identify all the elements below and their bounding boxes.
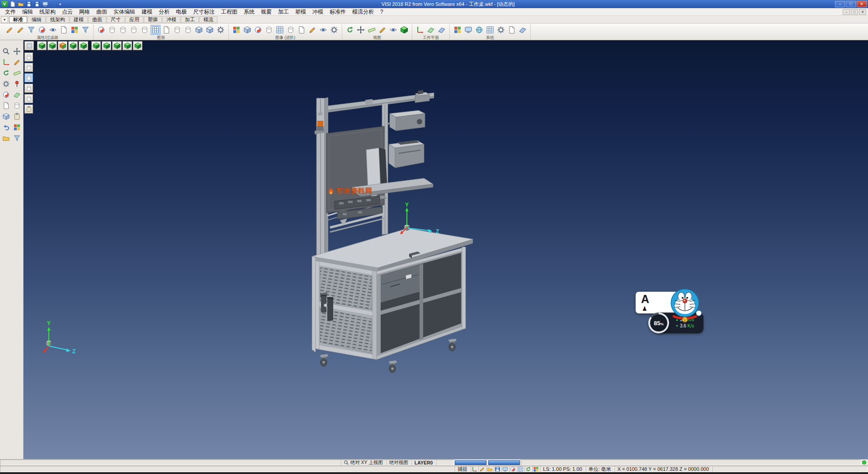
- tab-standard[interactable]: 标准: [9, 16, 27, 23]
- material-swirl-icon[interactable]: [253, 25, 263, 35]
- regen-swirl-icon[interactable]: [2, 90, 11, 99]
- system-plane-icon[interactable]: [518, 25, 528, 35]
- snap-palette-icon[interactable]: [532, 466, 540, 472]
- tab-molding[interactable]: 塑膜: [144, 16, 162, 23]
- filter-funnel-icon[interactable]: [13, 133, 22, 142]
- mdi-close-button[interactable]: ✕: [859, 9, 866, 15]
- render-palette-icon[interactable]: [231, 25, 241, 35]
- view-eye-icon[interactable]: [388, 25, 398, 35]
- menu-drawing[interactable]: 工程图: [218, 8, 241, 15]
- palette-icon[interactable]: [13, 123, 22, 132]
- workplane-axes-icon[interactable]: [415, 25, 425, 35]
- menu-machining[interactable]: 加工: [275, 8, 292, 15]
- properties-doc-icon[interactable]: [59, 25, 69, 35]
- system-grid-icon[interactable]: [485, 25, 495, 35]
- image-doc-icon[interactable]: [297, 25, 307, 35]
- save-all-icon[interactable]: [34, 1, 40, 7]
- rotate-view-icon[interactable]: [345, 25, 355, 35]
- sheet-icon[interactable]: [161, 25, 171, 35]
- system-globe-icon[interactable]: [474, 25, 484, 35]
- minimize-button[interactable]: –: [835, 1, 845, 7]
- cylinder-icon[interactable]: [13, 101, 22, 110]
- menu-wireframe[interactable]: 线架构: [36, 8, 59, 15]
- measure-ruler-icon[interactable]: [367, 25, 377, 35]
- snap-refresh-icon[interactable]: [524, 466, 532, 472]
- axes-icon[interactable]: [2, 57, 11, 66]
- snap-pencil-icon[interactable]: [478, 466, 486, 472]
- rotate-icon[interactable]: [2, 68, 11, 77]
- grid-display-icon[interactable]: [151, 25, 160, 35]
- menu-file[interactable]: 文件: [2, 8, 19, 15]
- flat-view-icon[interactable]: [24, 41, 34, 50]
- box-grid-icon[interactable]: [2, 112, 11, 121]
- menu-modeling[interactable]: 建模: [138, 8, 156, 15]
- left-view-icon[interactable]: [79, 41, 88, 50]
- tab-wireframe[interactable]: 线架构: [46, 16, 69, 23]
- new-document-icon[interactable]: [9, 1, 16, 7]
- visibility-icon[interactable]: [48, 25, 58, 35]
- solid-view-icon[interactable]: [107, 25, 117, 35]
- menu-mesh[interactable]: 网格: [76, 8, 93, 15]
- app-icon[interactable]: V: [1, 1, 8, 7]
- ruler-icon[interactable]: [13, 68, 22, 77]
- tab-machining[interactable]: 加工: [181, 16, 199, 23]
- pan-view-icon[interactable]: [356, 25, 366, 35]
- undo-icon[interactable]: [50, 1, 57, 7]
- box-display2-icon[interactable]: [205, 25, 215, 35]
- display-cylinder-4-icon[interactable]: [24, 84, 33, 93]
- status-absolute-view[interactable]: 绝对视图: [386, 460, 411, 465]
- tab-stamping[interactable]: 冲模: [162, 16, 180, 23]
- pan-icon[interactable]: [13, 47, 22, 56]
- display-cylinder-1-icon[interactable]: [24, 52, 33, 62]
- status-view-mode[interactable]: 绝对 XY 上视图: [340, 460, 386, 465]
- menu-flow-analysis[interactable]: 模流分析: [349, 8, 377, 15]
- color-swatch-2[interactable]: [488, 460, 520, 465]
- render-settings-icon[interactable]: [216, 25, 226, 35]
- menu-analysis[interactable]: 分析: [156, 8, 173, 15]
- layer-filter-icon[interactable]: [80, 25, 90, 35]
- folder-icon[interactable]: [2, 133, 11, 142]
- selection-swirl-icon[interactable]: [37, 25, 47, 35]
- display-clipboard-icon[interactable]: [24, 104, 33, 114]
- pin-icon[interactable]: [13, 79, 22, 88]
- snap-folder-icon[interactable]: [486, 466, 494, 472]
- menu-pointcloud[interactable]: 点云: [59, 8, 76, 15]
- modify-attributes-icon[interactable]: [15, 25, 25, 35]
- color-palette-icon[interactable]: [70, 25, 80, 35]
- tab-dropdown-icon[interactable]: ▾: [1, 16, 8, 23]
- menu-mold[interactable]: 塑模: [292, 8, 309, 15]
- close-button[interactable]: ✕: [857, 1, 867, 7]
- workplane-blue-icon[interactable]: [437, 25, 447, 35]
- open-folder-icon[interactable]: [18, 1, 24, 7]
- print-preview-icon[interactable]: [42, 1, 48, 7]
- cylinder-display-icon[interactable]: [172, 25, 182, 35]
- transparency-cylinder-icon[interactable]: [286, 25, 296, 35]
- filter-icon[interactable]: [26, 25, 36, 35]
- display-cylinder-5-icon[interactable]: [24, 94, 33, 103]
- tab-modeling[interactable]: 建模: [70, 16, 88, 23]
- iso2-view-icon[interactable]: [123, 41, 132, 50]
- right-view-icon[interactable]: [91, 41, 101, 50]
- top-view-icon[interactable]: [102, 41, 111, 50]
- system-settings-icon[interactable]: [496, 25, 506, 35]
- system-palette-icon[interactable]: [453, 25, 462, 35]
- display-cylinder-2-icon[interactable]: [24, 63, 33, 72]
- hidden-line-icon[interactable]: [140, 25, 150, 35]
- menu-edit[interactable]: 编辑: [19, 8, 36, 15]
- shaded-view-icon[interactable]: [129, 25, 139, 35]
- highlight-view-icon[interactable]: [58, 41, 67, 50]
- iso3-view-icon[interactable]: [133, 41, 142, 50]
- workplane-green-icon[interactable]: [426, 25, 436, 35]
- menu-standard-parts[interactable]: 标准件: [326, 8, 349, 15]
- menu-die[interactable]: 冲模: [309, 8, 326, 15]
- menu-system[interactable]: 系统: [241, 8, 258, 15]
- menu-surface[interactable]: 曲面: [93, 8, 110, 15]
- snap-save-icon[interactable]: [494, 466, 501, 472]
- zoom-icon[interactable]: [2, 47, 11, 56]
- menu-help[interactable]: ?: [377, 8, 387, 15]
- snap-toggle[interactable]: 捕捉: [454, 466, 471, 472]
- tab-dimension[interactable]: 尺寸: [107, 16, 125, 23]
- cad-model-canvas[interactable]: Y Z Y Z: [24, 40, 868, 459]
- clipboard-icon[interactable]: [13, 112, 22, 121]
- save-icon[interactable]: [26, 1, 32, 7]
